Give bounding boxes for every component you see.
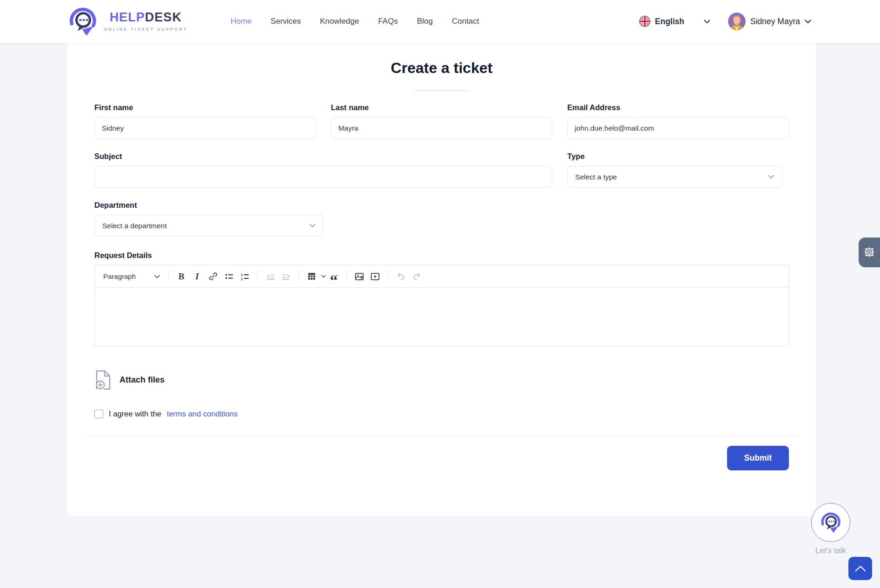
attach-files-label: Attach files: [119, 375, 165, 385]
rich-text-editor: Paragraph B I: [94, 265, 789, 346]
email-field-group: Email Address: [567, 103, 789, 139]
nav-item-services[interactable]: Services: [271, 17, 301, 26]
subject-field-group: Subject: [94, 152, 552, 188]
submit-button[interactable]: Submit: [727, 446, 789, 470]
user-chevron-down-icon: [805, 20, 811, 24]
toolbar-separator: [257, 271, 258, 283]
link-icon[interactable]: [205, 269, 221, 284]
page-title: Create a ticket: [94, 43, 789, 77]
logo-wordmark: HELPDESK ONLINE TICKET SUPPORT: [104, 11, 188, 32]
department-label: Department: [94, 201, 324, 210]
user-menu[interactable]: Sidney Mayra: [728, 13, 811, 30]
helpdesk-logo-icon: [67, 6, 98, 37]
type-select-value: Select a type: [575, 173, 617, 181]
type-chevron-down-icon: [768, 175, 774, 179]
toolbar-separator: [346, 271, 347, 283]
toolbar-separator: [168, 271, 169, 283]
nav-item-knowledge[interactable]: Knowledge: [320, 17, 359, 26]
chat-launcher-button[interactable]: [811, 503, 850, 542]
toolbar-separator: [298, 271, 299, 283]
request-details-label: Request Details: [94, 251, 789, 260]
type-label: Type: [567, 152, 789, 161]
chat-label: Let's talk: [810, 546, 851, 555]
nav-item-contact[interactable]: Contact: [452, 17, 479, 26]
request-details-field-group: Request Details Paragraph B I: [94, 251, 789, 346]
logo-tagline: ONLINE TICKET SUPPORT: [104, 27, 188, 32]
helpdesk-logo[interactable]: HELPDESK ONLINE TICKET SUPPORT: [67, 6, 188, 37]
italic-icon[interactable]: I: [189, 269, 205, 284]
language-chevron-down-icon[interactable]: [704, 20, 710, 24]
first-name-input[interactable]: [94, 117, 316, 139]
terms-and-conditions-link[interactable]: terms and conditions: [167, 410, 238, 418]
block-quote-icon[interactable]: “: [326, 269, 342, 284]
svg-text:1: 1: [241, 273, 243, 277]
svg-text:2: 2: [241, 277, 243, 281]
department-chevron-down-icon: [309, 224, 316, 228]
nav-item-faqs[interactable]: FAQs: [378, 17, 398, 26]
editor-toolbar: Paragraph B I: [95, 265, 788, 288]
agree-row: I agree with the terms and conditions: [94, 410, 789, 418]
gear-icon: [863, 246, 875, 258]
toolbar-separator: [388, 271, 388, 283]
subject-input[interactable]: [94, 166, 552, 188]
create-ticket-card: Create a ticket First name Last name Ema…: [67, 43, 816, 516]
first-name-label: First name: [94, 103, 316, 112]
language-label: English: [655, 17, 684, 26]
type-select[interactable]: Select a type: [567, 166, 782, 188]
chevron-up-icon: [855, 565, 866, 572]
bold-icon[interactable]: B: [173, 269, 189, 284]
outdent-icon[interactable]: [262, 269, 278, 284]
scroll-to-top-button[interactable]: [848, 557, 872, 580]
first-name-field-group: First name: [94, 103, 316, 139]
table-chevron-down-icon[interactable]: [321, 275, 326, 278]
type-field-group: Type Select a type: [567, 152, 789, 188]
email-input[interactable]: [567, 117, 789, 139]
image-upload-icon[interactable]: [351, 269, 367, 284]
attach-file-icon: [94, 370, 112, 390]
paragraph-chevron-down-icon: [154, 275, 160, 278]
user-name: Sidney Mayra: [750, 17, 800, 26]
form-footer-divider: [84, 435, 799, 436]
last-name-label: Last name: [331, 103, 553, 112]
attach-files-button[interactable]: Attach files: [94, 370, 789, 390]
email-label: Email Address: [567, 103, 789, 112]
nav-item-blog[interactable]: Blog: [417, 17, 433, 26]
paragraph-dropdown-label: Paragraph: [103, 272, 136, 280]
chat-widget: Let's talk: [810, 503, 851, 555]
agree-text: I agree with the: [109, 410, 161, 418]
redo-icon[interactable]: [409, 269, 424, 284]
department-field-group: Department Select a department: [94, 201, 324, 237]
indent-icon[interactable]: [278, 269, 294, 284]
numbered-list-icon[interactable]: 1 2: [237, 269, 252, 284]
terms-checkbox[interactable]: [94, 410, 103, 418]
title-divider: [414, 90, 470, 91]
submit-row: Submit: [94, 446, 789, 470]
insert-table-icon[interactable]: [304, 269, 319, 284]
logo-word-help: HELP: [110, 10, 145, 24]
nav-item-home[interactable]: Home: [231, 17, 251, 26]
avatar: [728, 13, 746, 30]
paragraph-dropdown[interactable]: Paragraph: [101, 272, 164, 280]
uk-flag-icon: [639, 15, 651, 27]
undo-icon[interactable]: [393, 269, 409, 284]
chat-logo-icon: [820, 511, 842, 534]
department-select[interactable]: Select a department: [94, 215, 324, 237]
top-navbar: HELPDESK ONLINE TICKET SUPPORT Home Serv…: [0, 0, 880, 43]
logo-word-desk: DESK: [145, 10, 182, 24]
insert-table-group: [304, 269, 326, 284]
last-name-input[interactable]: [331, 117, 553, 139]
main-nav: Home Services Knowledge FAQs Blog Contac…: [231, 17, 479, 26]
subject-label: Subject: [94, 152, 552, 161]
ticket-form: First name Last name Email Address Subje…: [94, 103, 789, 470]
settings-panel-toggle[interactable]: [859, 238, 880, 267]
bulleted-list-icon[interactable]: [221, 269, 237, 284]
media-embed-icon[interactable]: [367, 269, 383, 284]
header-right: English Sidney Mayra: [639, 13, 811, 30]
editor-content-area[interactable]: [95, 288, 788, 346]
last-name-field-group: Last name: [331, 103, 553, 139]
department-select-value: Select a department: [102, 222, 167, 230]
language-selector[interactable]: English: [639, 15, 684, 27]
